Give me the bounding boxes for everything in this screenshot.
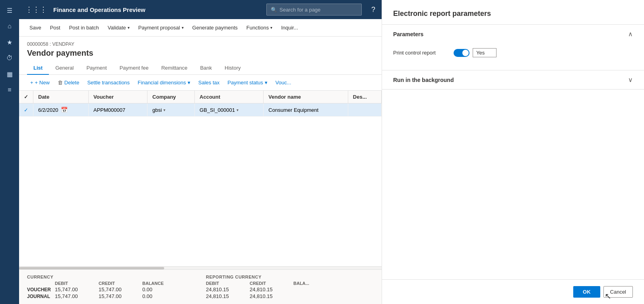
toggle-container [454,48,497,57]
ok-button[interactable]: OK [573,286,600,298]
post-button[interactable]: Post [46,21,64,34]
page-title: Vendor payments [27,49,374,58]
scroll-thumb[interactable] [19,267,164,269]
app-grid-icon[interactable]: ⋮⋮⋮ [25,5,47,14]
currency-group: CURRENCY DEBIT CREDIT BALANCE VOUCHER 15… [27,275,182,299]
col-voucher: Voucher [89,91,147,103]
row-description [348,103,381,117]
hamburger-icon[interactable]: ☰ [2,3,17,18]
modules-icon[interactable]: ≡ [2,83,17,97]
recent-icon[interactable]: ⏱ [2,51,17,65]
calendar-icon[interactable]: 📅 [61,107,68,113]
parameters-collapse-icon[interactable]: ∧ [628,30,633,38]
tab-remittance[interactable]: Remittance [155,62,194,75]
table-row[interactable]: ✓ 6/2/2020 📅 APPM000007 gbsi ▾ [19,103,382,117]
rep-voucher-debit: 24,810.15 [206,286,250,292]
panel-header: Electronic report parameters [382,0,644,25]
settle-transactions-button[interactable]: Settle transactions [84,78,133,87]
payment-proposal-button[interactable]: Payment proposal ▾ [134,21,188,34]
left-navigation: ☰ ⌂ ★ ⏱ ▦ ≡ [0,0,19,304]
inquire-button[interactable]: Inquir... [277,21,302,34]
col-description: Des... [348,91,381,103]
currency-label: CURRENCY [27,275,182,279]
tab-payment-fee[interactable]: Payment fee [113,62,155,75]
new-button[interactable]: + + New [27,78,53,87]
financial-dimensions-button[interactable]: Financial dimensions ▾ [134,78,193,87]
payment-status-chevron-icon: ▾ [265,80,268,86]
functions-button[interactable]: Functions ▾ [242,21,276,34]
run-background-section: Run in the background ∨ [382,70,644,90]
rep-balance-col-header: BALA... [293,281,333,286]
select-all-checkbox[interactable]: ✓ [19,91,33,103]
summary-footer: CURRENCY DEBIT CREDIT BALANCE VOUCHER 15… [19,269,382,304]
table-container: ✓ Date Voucher Company Account Vendor na… [19,91,382,266]
tabs: List General Payment Payment fee Remitta… [19,62,382,75]
vouch-button[interactable]: Vouc... [272,78,295,87]
fin-dim-chevron-icon: ▾ [188,80,190,86]
validate-button[interactable]: Validate ▾ [104,21,134,34]
journal-row-label: JOURNAL [27,294,55,299]
panel-title: Electronic report parameters [393,10,633,18]
row-vendor-name: Consumer Equipment [264,103,348,117]
tab-list[interactable]: List [27,62,49,75]
voucher-balance: 0.00 [142,286,182,292]
run-background-section-title: Run in the background [393,77,454,83]
panel-footer: OK Cancel ↖ [382,279,644,304]
sub-toolbar: + + New 🗑 Delete Settle transactions Fin… [19,75,382,91]
rep-credit-col-header: CREDIT [250,281,293,286]
parameters-section-header[interactable]: Parameters ∧ [382,25,644,43]
credit-col-header: CREDIT [99,281,142,286]
search-bar[interactable]: 🔍 Search for a page [266,4,362,16]
rep-journal-credit: 24,810.15 [250,293,293,299]
post-batch-button[interactable]: Post in batch [65,21,103,34]
app-title: Finance and Operations Preview [53,6,262,13]
row-checkbox[interactable]: ✓ [19,103,33,117]
col-company: Company [147,91,195,103]
tab-general[interactable]: General [49,62,80,75]
page-content: 00000058 : VENDPAY Vendor payments List … [19,37,382,304]
cancel-button[interactable]: Cancel [603,286,633,298]
plus-icon: + [30,80,33,86]
run-background-expand-icon[interactable]: ∨ [628,76,633,84]
payment-status-button[interactable]: Payment status ▾ [224,78,271,87]
print-control-value-input[interactable] [473,48,497,57]
print-control-report-field: Print control report [393,48,633,57]
journal-credit: 15,747.00 [99,293,142,299]
right-panel: Electronic report parameters Parameters … [382,0,644,304]
tab-history[interactable]: History [218,62,247,75]
print-control-toggle[interactable] [454,49,469,57]
page-header: 00000058 : VENDPAY Vendor payments [19,37,382,62]
panel-spacer [382,90,644,279]
run-background-section-header[interactable]: Run in the background ∨ [382,70,644,89]
payments-table: ✓ Date Voucher Company Account Vendor na… [19,91,382,117]
help-icon[interactable]: ? [371,6,375,14]
delete-icon: 🗑 [58,80,63,86]
tab-bank[interactable]: Bank [194,62,218,75]
parameters-section-content: Print control report [382,43,644,70]
parameters-section: Parameters ∧ Print control report [382,25,644,70]
payment-proposal-chevron-icon: ▾ [182,25,184,30]
account-dropdown-icon[interactable]: ▾ [237,108,239,112]
horizontal-scrollbar[interactable] [19,266,382,269]
top-bar: ⋮⋮⋮ Finance and Operations Preview 🔍 Sea… [19,0,382,19]
sales-tax-button[interactable]: Sales tax [195,78,223,87]
parameters-section-title: Parameters [393,31,423,37]
rep-journal-debit: 24,810.15 [206,293,250,299]
delete-button[interactable]: 🗑 Delete [54,78,83,87]
company-dropdown-icon[interactable]: ▾ [163,108,165,112]
row-account: GB_SI_000001 ▾ [195,103,264,117]
journal-balance: 0.00 [142,293,182,299]
home-icon[interactable]: ⌂ [2,19,17,33]
rep-voucher-credit: 24,810.15 [250,286,293,292]
breadcrumb: 00000058 : VENDPAY [27,41,374,47]
reporting-currency-group: REPORTING CURRENCY DEBIT CREDIT BALA... … [206,275,333,299]
col-account: Account [195,91,264,103]
toolbar: Save Post Post in batch Validate ▾ Payme… [19,19,382,37]
functions-chevron-icon: ▾ [270,25,272,30]
favorites-icon[interactable]: ★ [2,35,17,49]
tab-payment[interactable]: Payment [80,62,113,75]
save-button[interactable]: Save [25,21,45,34]
generate-payments-button[interactable]: Generate payments [188,21,242,34]
workspaces-icon[interactable]: ▦ [2,67,17,81]
col-date: Date [33,91,89,103]
